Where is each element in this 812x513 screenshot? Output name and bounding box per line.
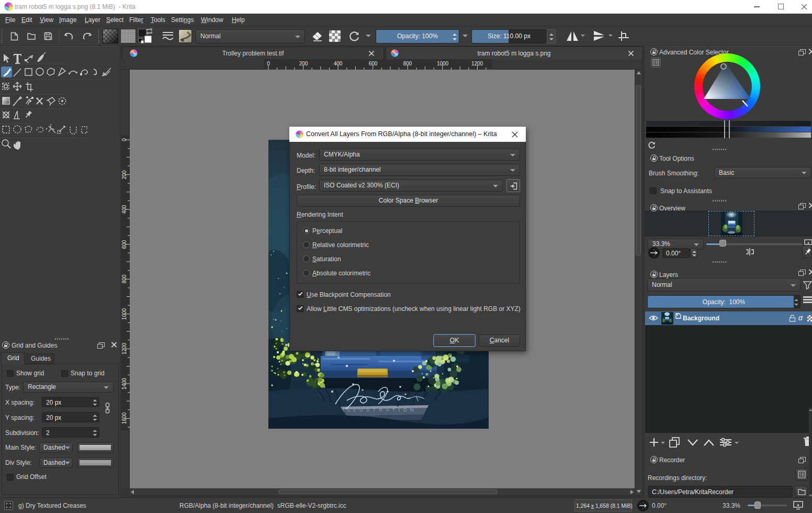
svg-text:600: 600 [121, 240, 127, 249]
svg-text:600: 600 [369, 61, 378, 66]
svg-text:1000: 1000 [121, 308, 127, 320]
svg-text:0: 0 [267, 61, 270, 66]
svg-text:800: 800 [403, 61, 412, 66]
svg-text:1600: 1600 [121, 412, 127, 424]
svg-text:ILLUSTRATION: ILLUSTRATION [343, 407, 417, 412]
svg-text:400: 400 [121, 205, 127, 214]
svg-text:1200: 1200 [121, 342, 127, 354]
svg-text:1000: 1000 [437, 61, 449, 66]
svg-text:0: 0 [121, 138, 127, 141]
svg-text:200: 200 [299, 61, 308, 66]
svg-text:1400: 1400 [121, 377, 127, 389]
svg-text:200: 200 [121, 170, 127, 179]
svg-text:800: 800 [121, 274, 127, 283]
svg-text:400: 400 [334, 61, 343, 66]
svg-text:1200: 1200 [471, 61, 483, 66]
